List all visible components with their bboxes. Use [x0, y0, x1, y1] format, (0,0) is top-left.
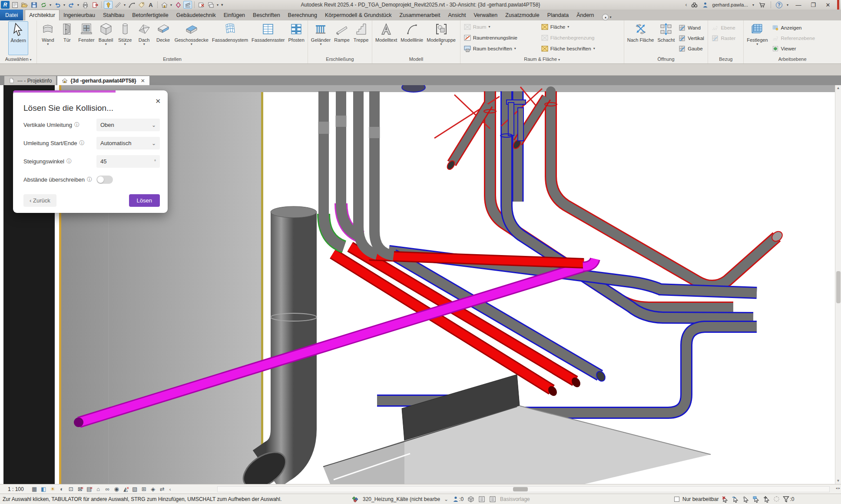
spline-icon[interactable]: [127, 1, 136, 9]
raumtrennungslinie-button[interactable]: Raumtrennungslinie: [462, 33, 539, 42]
tab-koerpermodell[interactable]: Körpermodell & Grundstück: [321, 10, 396, 20]
revit-logo-icon[interactable]: R: [1, 1, 10, 9]
signed-in-user[interactable]: gerhard.pawla...: [712, 2, 748, 7]
app-store-cart-icon[interactable]: [758, 1, 766, 8]
scroll-down-icon[interactable]: ▼: [835, 478, 841, 484]
analytical-model-icon[interactable]: ⊞: [139, 486, 149, 492]
horizontal-scrollbar[interactable]: [217, 486, 830, 492]
tag-icon[interactable]: [137, 1, 146, 9]
raum-beschriften-button[interactable]: Raum beschriften▾: [462, 44, 539, 53]
dach-button[interactable]: Dach▾: [135, 21, 154, 46]
tab-zusammenarbeit[interactable]: Zusammenarbeit: [396, 10, 444, 20]
schacht-button[interactable]: Schacht: [656, 21, 676, 43]
tab-datei[interactable]: Datei: [0, 10, 23, 20]
close-button[interactable]: ✕: [822, 2, 834, 8]
fenster-button[interactable]: Fenster: [76, 21, 96, 43]
select-pinned-icon[interactable]: [742, 496, 750, 503]
design-options-icon[interactable]: [467, 496, 474, 503]
pfosten-button[interactable]: Pfosten: [287, 21, 306, 43]
text-icon[interactable]: A: [146, 1, 155, 9]
dropdown-caret-icon[interactable]: ▾: [76, 3, 80, 7]
drawing-area[interactable]: ▲ ▼ ✕ Lösen Sie die Kollision... Vertika…: [0, 85, 841, 484]
undo-icon[interactable]: [53, 1, 62, 9]
user-avatar-icon[interactable]: [702, 1, 709, 8]
tab-stahlbau[interactable]: Stahlbau: [99, 10, 128, 20]
tab-aendern[interactable]: Ändern: [573, 10, 598, 20]
view-tab-3d[interactable]: {3d -gerhard.pawlat4PT58} ✕: [57, 76, 149, 85]
visual-style-icon[interactable]: ◧: [39, 486, 48, 492]
dropdown-caret-icon[interactable]: ▾: [123, 3, 126, 7]
wall-edge-olive[interactable]: [261, 85, 263, 484]
restore-button[interactable]: ❐: [808, 2, 819, 8]
reveal-constraints-icon[interactable]: ⇄: [158, 486, 167, 492]
drag-on-selection-icon[interactable]: [763, 496, 771, 503]
search-icon[interactable]: [691, 1, 698, 8]
section-marker-icon[interactable]: [174, 1, 182, 9]
wand-button[interactable]: Wand▾: [38, 21, 57, 46]
decke-button[interactable]: Decke: [154, 21, 173, 43]
locked-3d-view-icon[interactable]: ⌂: [94, 486, 103, 492]
vertical-scrollbar[interactable]: ▲ ▼: [835, 85, 841, 484]
measure-icon[interactable]: [113, 1, 122, 9]
flaeche-button[interactable]: Fläche▾: [539, 22, 622, 31]
collapse-view-bar-icon[interactable]: ‹: [169, 487, 171, 492]
ribbon-collapse-button[interactable]: ▴▾: [602, 14, 611, 20]
modify-button[interactable]: Ändern: [8, 21, 28, 55]
back-arrow-icon[interactable]: ‹: [685, 2, 687, 8]
dropdown-caret-icon[interactable]: ▾: [169, 3, 173, 7]
redo-icon[interactable]: [67, 1, 76, 9]
help-icon[interactable]: ?: [776, 2, 782, 8]
umleitung-start-ende-select[interactable]: Automatisch⌄: [96, 137, 160, 149]
reveal-hidden-elements-icon[interactable]: ◉: [112, 486, 121, 492]
dropdown-caret-icon[interactable]: ▾: [49, 3, 52, 7]
dialog-close-button[interactable]: ✕: [155, 97, 161, 105]
editable-elements[interactable]: :0: [452, 496, 464, 503]
worksets-icon[interactable]: [352, 496, 359, 503]
sync-icon[interactable]: [39, 1, 48, 9]
back-button[interactable]: ‹ Zurück: [23, 194, 56, 207]
panel-label-raum-flaeche[interactable]: Raum & Fläche ▾: [460, 56, 624, 63]
dropdown-caret-icon[interactable]: ▾: [216, 3, 219, 7]
only-editable-checkbox[interactable]: [674, 497, 679, 502]
active-workset[interactable]: 320_Heizung_Kälte (nicht bearbeitb: [363, 496, 440, 502]
dropdown-caret-icon[interactable]: ▾: [752, 3, 755, 7]
customize-qat-icon[interactable]: ▾: [220, 3, 224, 7]
tab-einfuegen[interactable]: Einfügen: [220, 10, 249, 20]
abstaende-ueberschreiben-toggle[interactable]: [96, 176, 113, 184]
panel-label-auswaehlen[interactable]: Auswählen ▾: [0, 56, 36, 63]
scroll-up-icon[interactable]: ▲: [835, 85, 841, 91]
vertical-scroll-thumb[interactable]: [836, 271, 841, 303]
detail-level-icon[interactable]: ▦: [30, 486, 39, 492]
tab-ingenieurbau[interactable]: Ingenieurbau: [60, 10, 99, 20]
thin-lines-icon[interactable]: [183, 1, 192, 9]
bauteil-button[interactable]: Bauteil▾: [96, 21, 116, 46]
save-icon[interactable]: [30, 1, 38, 9]
tab-betonfertigteile[interactable]: Betonfertigteile: [128, 10, 172, 20]
select-underlay-icon[interactable]: [732, 496, 739, 503]
chevron-down-icon[interactable]: ⌄: [444, 496, 448, 502]
fassadenraster-button[interactable]: Fassadenraster: [250, 21, 286, 43]
crop-view-icon[interactable]: ⊠✕: [76, 486, 85, 492]
modelllinie-button[interactable]: Modelllinie: [399, 21, 425, 43]
active-option-list-icon[interactable]: [489, 496, 496, 503]
modellgruppe-button[interactable]: Modellgruppe▾: [425, 21, 457, 46]
tab-ansicht[interactable]: Ansicht: [444, 10, 470, 20]
vertikal-button[interactable]: Vertikal: [676, 33, 706, 43]
fassadensystem-button[interactable]: Fassadensystem: [210, 21, 250, 43]
info-icon[interactable]: ⓘ: [66, 158, 72, 165]
wand-oeffnung-button[interactable]: Wand: [676, 23, 706, 32]
properties-icon[interactable]: [10, 1, 19, 9]
view-scale[interactable]: 1 : 100: [0, 486, 30, 492]
minimize-button[interactable]: —: [793, 2, 804, 8]
geschossdecke-button[interactable]: Geschossdecke▾: [173, 21, 210, 46]
dropdown-caret-icon[interactable]: ▾: [63, 3, 66, 7]
pin-icon[interactable]: [104, 1, 113, 9]
tab-gebaeudetechnik[interactable]: Gebäudetechnik: [172, 10, 220, 20]
modelltext-button[interactable]: Modelltext: [374, 21, 399, 43]
active-design-option[interactable]: Basisvorlage: [500, 496, 530, 502]
gaube-button[interactable]: Gaube: [676, 44, 706, 53]
viewer-button[interactable]: Viewer: [770, 44, 818, 53]
close-view-icon[interactable]: ✕: [141, 78, 145, 84]
highlight-displacement-icon[interactable]: ◈: [149, 486, 158, 492]
gelaender-button[interactable]: Geländer▾: [309, 21, 332, 46]
